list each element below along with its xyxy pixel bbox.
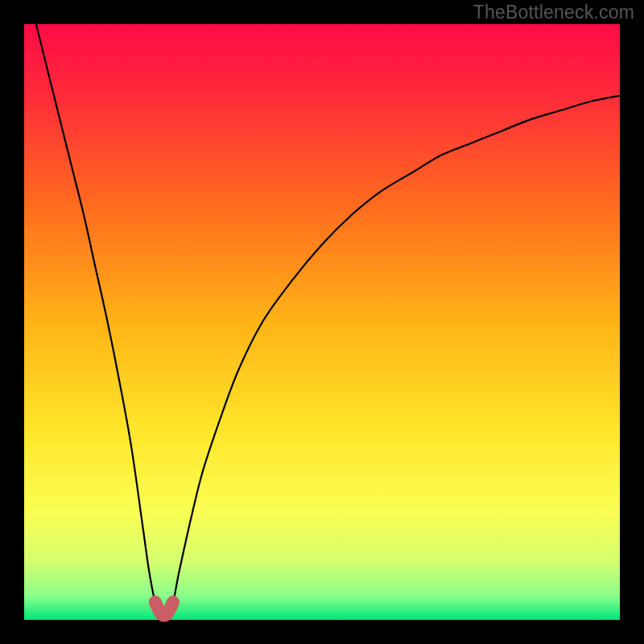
watermark-label: TheBottleneck.com [473,2,634,23]
bottleneck-chart [0,0,644,644]
chart-frame: TheBottleneck.com [0,0,644,644]
plot-background [24,24,620,620]
